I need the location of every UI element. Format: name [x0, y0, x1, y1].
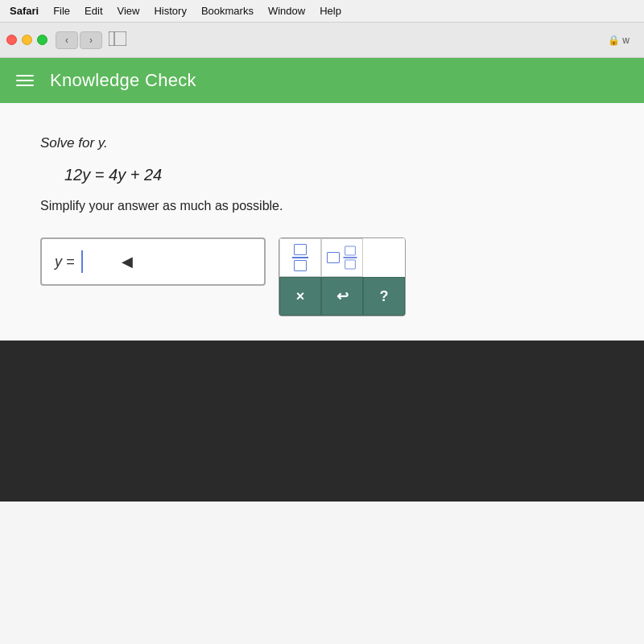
fraction-numerator-box [294, 244, 307, 255]
mac-menubar: Safari File Edit View History Bookmarks … [0, 0, 644, 23]
math-tools-top [279, 238, 405, 277]
menu-window[interactable]: Window [268, 5, 305, 17]
question-intro: Solve for y. [40, 135, 604, 151]
help-button[interactable]: ? [363, 277, 405, 316]
forward-button[interactable]: › [80, 31, 102, 49]
menu-safari[interactable]: Safari [10, 5, 39, 17]
minimize-button[interactable] [22, 35, 32, 45]
browser-content: Knowledge Check Solve for y. 12y = 4y + … [0, 58, 644, 644]
nav-buttons: ‹ › [56, 31, 102, 49]
cursor-arrow: ◀ [122, 253, 133, 270]
menu-view[interactable]: View [118, 5, 140, 17]
fraction-icon [292, 244, 308, 271]
app-title: Knowledge Check [50, 70, 196, 91]
answer-area: y = ◀ [40, 237, 604, 316]
fullscreen-button[interactable] [37, 35, 47, 45]
hamburger-line-2 [16, 80, 34, 81]
menu-history[interactable]: History [154, 5, 186, 17]
clear-button[interactable]: × [279, 277, 321, 316]
app-header: Knowledge Check [0, 58, 644, 103]
bottom-dark-area [0, 341, 644, 502]
main-content: Solve for y. 12y = 4y + 24 Simplify your… [0, 103, 644, 341]
simplify-note: Simplify your answer as much as possible… [40, 199, 604, 213]
undo-button[interactable]: ↩ [321, 277, 363, 316]
menu-edit[interactable]: Edit [85, 5, 102, 17]
math-tools-panel: × ↩ ? [279, 237, 406, 316]
traffic-lights [6, 35, 47, 45]
menu-bookmarks[interactable]: Bookmarks [201, 5, 254, 17]
y-equals-label: y = [55, 254, 75, 270]
hamburger-line-1 [16, 75, 34, 76]
sidebar-icon[interactable] [109, 31, 126, 49]
svg-rect-0 [109, 31, 126, 46]
whole-box [327, 252, 340, 263]
math-tools-bottom: × ↩ ? [279, 277, 405, 316]
equation: 12y = 4y + 24 [64, 166, 604, 184]
fraction-button[interactable] [279, 238, 321, 277]
address-bar-area: 🔒 w [142, 35, 638, 46]
hamburger-menu-button[interactable] [16, 75, 34, 86]
lock-icon: 🔒 w [608, 35, 630, 46]
close-button[interactable] [6, 35, 17, 45]
menu-file[interactable]: File [53, 5, 70, 17]
fraction-line [292, 257, 308, 258]
mac-titlebar: ‹ › 🔒 w [0, 23, 644, 58]
mixed-number-button[interactable] [321, 238, 363, 277]
fraction-denominator-box [294, 260, 307, 271]
mixed-num-box [345, 246, 356, 256]
menu-help[interactable]: Help [320, 5, 341, 17]
mixed-den-box [345, 259, 356, 269]
hamburger-line-3 [16, 85, 34, 86]
mixed-fraction-icon [343, 246, 357, 269]
mixed-fraction-line [343, 257, 357, 258]
back-button[interactable]: ‹ [56, 31, 78, 49]
answer-input-box[interactable]: y = ◀ [40, 237, 266, 286]
text-cursor [81, 250, 83, 273]
